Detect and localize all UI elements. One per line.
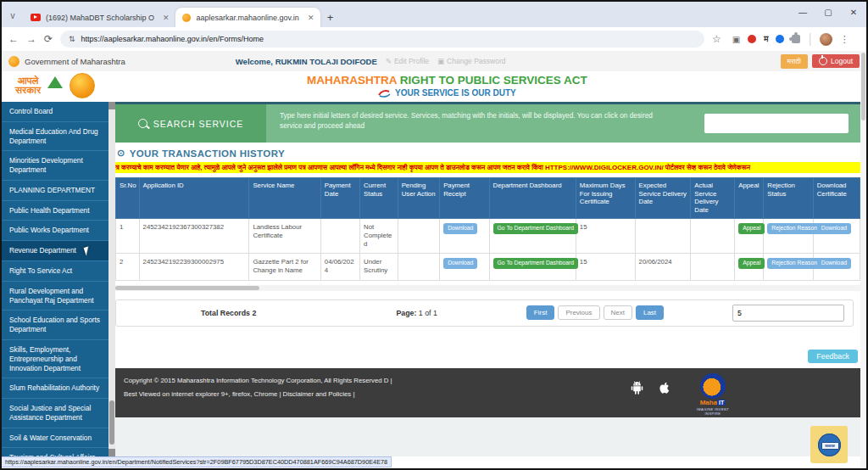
next-page-button[interactable]: Next <box>604 305 632 320</box>
search-service-description: Type here initial letters of desired ser… <box>266 104 688 143</box>
sidebar-item[interactable]: Rural Development and Panchayat Raj Depa… <box>2 282 108 311</box>
department-dashboard-button[interactable]: Go To Department Dashboard <box>493 223 579 234</box>
vscroll-thumb[interactable] <box>861 53 865 120</box>
scroll-up-arrow[interactable] <box>108 102 115 109</box>
site-settings-icon[interactable]: ⇅ <box>69 35 75 43</box>
status-bar-link: https://aaplesarkar.mahaonline.gov.in/en… <box>2 456 392 467</box>
mountain-icon <box>47 76 63 88</box>
sidebar-item[interactable]: Public Health Department <box>2 201 108 221</box>
scrollbar-thumb[interactable] <box>109 400 114 445</box>
page-value: 1 of 1 <box>419 309 437 317</box>
apple-icon[interactable] <box>658 381 670 394</box>
mahait-logo-icon <box>700 373 726 399</box>
sidebar-item[interactable]: Medical Education And Drug Department <box>2 122 108 152</box>
back-icon[interactable]: ← <box>8 33 19 45</box>
sidebar-item[interactable]: Minorities Development Department <box>2 151 108 181</box>
scroll-down-arrow[interactable] <box>108 449 115 456</box>
sidebar-item[interactable]: Tourism and Cultural Affairs Department <box>2 448 108 456</box>
forward-icon[interactable]: → <box>26 33 36 45</box>
current-status-cell: Under Scrutiny <box>360 254 398 280</box>
bookmark-star-icon[interactable]: ☆ <box>712 33 721 45</box>
rejection-status-button[interactable]: Rejection Reason <box>767 258 821 269</box>
chrome-menu-icon[interactable]: ⋮ <box>840 34 849 45</box>
close-button[interactable]: ✕ <box>841 2 866 22</box>
search-service-bar: SEARCH SERVICE Type here initial letters… <box>115 102 860 143</box>
column-header: Payment Date <box>320 178 359 219</box>
sidebar-item[interactable]: Control Board <box>2 102 108 122</box>
service-name-cell: Landless Labour Certificate <box>249 218 320 253</box>
search-service-label: SEARCH SERVICE <box>153 119 244 129</box>
blue-extension-icon[interactable] <box>776 35 784 43</box>
logout-button[interactable]: Logout <box>812 54 860 68</box>
sidebar-item[interactable]: Slum Rehabilitation Authority <box>2 378 108 399</box>
table-row: 22452342192239300002975Gazzette Part 2 f… <box>116 254 860 280</box>
copyright-text: Copyright © 2015 Maharashtra Information… <box>124 377 860 384</box>
mahait-tagline: IMAGINE INVENT INSPIRE <box>688 407 737 416</box>
extensions-puzzle-icon[interactable] <box>792 35 800 43</box>
hscroll-thumb[interactable] <box>115 286 259 290</box>
pagination-buttons: First Previous Next Last <box>526 305 664 320</box>
reload-icon[interactable]: ⟳ <box>44 33 53 45</box>
appeal-cell: Appeal <box>735 254 764 280</box>
download-certificate-cell: Download <box>813 218 860 253</box>
sidebar-item[interactable]: School Education and Sports Department <box>2 311 108 340</box>
www-portal-badge[interactable]: www <box>810 426 848 463</box>
adblock-extension-icon[interactable] <box>748 35 756 43</box>
sidebar-item[interactable]: Right To Service Act <box>2 261 108 282</box>
last-page-button[interactable]: Last <box>636 305 664 320</box>
previous-page-button[interactable]: Previous <box>558 305 599 320</box>
sidebar-item[interactable]: Public Works Department <box>2 221 108 241</box>
sidebar-item[interactable]: Revenue Department <box>2 241 108 261</box>
department-dashboard-cell: Go To Department Dashboard <box>489 254 576 280</box>
change-password-link[interactable]: ▣ Change Password <box>437 57 506 65</box>
tab-mahadbt[interactable]: (1692) MahaDBT Scholarship O ✕ <box>24 8 175 27</box>
maximize-button[interactable]: ▢ <box>815 2 841 22</box>
sidebar-scrollbar[interactable] <box>108 102 115 456</box>
rejection-status-cell: Rejection Reason <box>764 218 813 253</box>
sidebar-item[interactable]: Soil & Water Conservation <box>2 428 108 449</box>
service-name-cell: Gazzette Part 2 for Change in Name <box>249 254 320 280</box>
sidebar-item[interactable]: PLANNING DEPARTMENT <box>2 181 108 201</box>
new-tab-button[interactable]: + <box>320 11 339 27</box>
horizontal-scrollbar[interactable] <box>115 285 860 291</box>
first-page-button[interactable]: First <box>526 305 555 320</box>
best-viewed-text: Best Viewed on internet explorer 9+, fir… <box>124 390 281 398</box>
search-service-label-box: SEARCH SERVICE <box>115 104 266 143</box>
column-header: Payment Receipt <box>440 178 489 219</box>
tab-aaplesarkar[interactable]: aaplesarkar.mahaonline.gov.in ✕ <box>175 8 320 27</box>
download-certificate-button[interactable]: Download <box>817 258 851 269</box>
disclaimer-link[interactable]: Disclaimer and Policies <box>283 390 352 398</box>
tab-close-icon[interactable]: ✕ <box>163 14 170 22</box>
column-header: Service Name <box>249 178 320 219</box>
extension-square-icon[interactable]: ▣ <box>732 35 740 44</box>
language-toggle-button[interactable]: मराठी <box>781 54 808 69</box>
appeal-button[interactable]: Appeal <box>738 258 765 269</box>
tagline: YOUR SERVICE IS OUR DUTY <box>395 88 516 98</box>
footer: Copyright © 2015 Maharashtra Information… <box>115 368 860 417</box>
download-certificate-button[interactable]: Download <box>817 223 851 234</box>
sidebar-item[interactable]: Skills, Employment, Entrepreneurship and… <box>2 340 108 378</box>
expected-date-cell: 20/06/2024 <box>635 254 691 280</box>
sidebar-item[interactable]: Social Justice and Special Assistance De… <box>2 399 108 428</box>
rejection-status-button[interactable]: Rejection Reason <box>767 223 821 234</box>
tab-close-icon[interactable]: ✕ <box>308 14 314 22</box>
android-icon[interactable] <box>631 381 643 394</box>
appeal-button[interactable]: Appeal <box>738 223 765 234</box>
address-input[interactable]: ⇅ https://aaplesarkar.mahaonline.gov.in/… <box>60 31 704 48</box>
mahait-logo: MahaIT IMAGINE INVENT INSPIRE <box>688 373 737 416</box>
edit-profile-link[interactable]: ✎ Edit Profile <box>386 57 429 65</box>
page-size-input[interactable] <box>732 305 844 322</box>
rejection-status-cell: Rejection Reason <box>764 254 813 280</box>
department-dashboard-button[interactable]: Go To Department Dashboard <box>493 258 579 269</box>
marathi-input-extension-icon[interactable]: म <box>764 34 768 44</box>
payment-receipt-button[interactable]: Download <box>443 223 477 234</box>
page-scrollbar[interactable] <box>860 51 866 468</box>
feedback-button[interactable]: Feedback <box>808 350 858 363</box>
profile-avatar[interactable] <box>820 33 832 46</box>
search-service-input[interactable] <box>704 114 849 133</box>
payment-receipt-button[interactable]: Download <box>443 258 477 269</box>
minimize-button[interactable]: — <box>790 2 815 22</box>
tab-search-chevron-icon[interactable]: v <box>2 11 24 27</box>
column-header: Appeal <box>735 178 764 219</box>
department-dashboard-cell: Go To Department Dashboard <box>489 218 576 253</box>
